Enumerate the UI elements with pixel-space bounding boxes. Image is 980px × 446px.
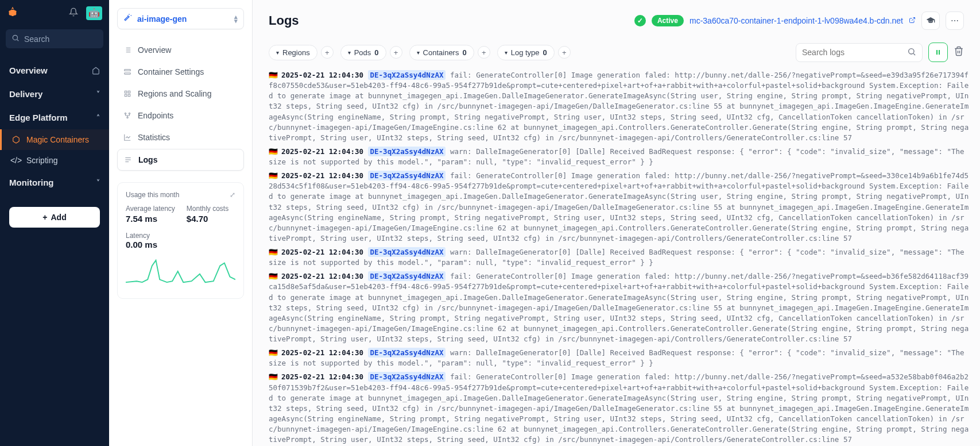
log-search-input[interactable]	[802, 48, 902, 57]
main-header: Logs ✓ Active mc-3a60ca70-container-1-en…	[253, 0, 980, 38]
log-entry[interactable]: 🇩🇪2025-02-21 12:04:30 DE-3qX2aSsy4dNzAX …	[269, 70, 970, 143]
log-timestamp: 2025-02-21 12:04:30	[281, 372, 363, 381]
log-entry[interactable]: 🇩🇪2025-02-21 12:04:30 DE-3qX2aSsy4dNzAX …	[269, 147, 970, 167]
avg-latency-label: Average latency	[126, 205, 175, 213]
svg-rect-12	[125, 94, 127, 97]
log-tag: DE-3qX2aSsy4dNzAX	[368, 271, 446, 281]
svg-point-0	[13, 35, 17, 40]
selector-arrows-icon: ▴▾	[234, 15, 238, 23]
project-selector[interactable]: ai-image-gen ▴▾	[117, 8, 244, 29]
log-tag: DE-3qX2aSsy4dNzAX	[368, 147, 446, 156]
log-tag: DE-3qX2aSsy4dNzAX	[368, 348, 446, 357]
logs-icon	[123, 156, 133, 164]
expand-icon[interactable]: ⤢	[230, 191, 235, 199]
svg-rect-8	[125, 70, 131, 71]
flag-icon: 🇩🇪	[269, 171, 278, 180]
svg-rect-11	[128, 91, 130, 93]
global-search[interactable]: Search	[6, 29, 103, 48]
bell-icon[interactable]	[69, 7, 78, 19]
log-entry[interactable]: 🇩🇪2025-02-21 12:04:30 DE-3qX2aSsy4dNzAX …	[269, 348, 970, 368]
sec-item-endpoints[interactable]: Endpoints	[117, 105, 244, 126]
cost-value: $4.70	[187, 214, 228, 224]
log-message: GenerateController[0] Image generation f…	[269, 171, 969, 243]
page-title: Logs	[269, 13, 299, 28]
nav-top: 🤖	[0, 0, 109, 26]
log-message: GenerateController[0] Image generation f…	[269, 71, 969, 142]
avg-latency-value: 7.54 ms	[126, 214, 175, 224]
log-level: fail:	[450, 171, 472, 180]
sec-item-statistics[interactable]: Statistics	[117, 127, 244, 148]
add-filter-icon[interactable]: +	[558, 46, 571, 59]
log-entry[interactable]: 🇩🇪2025-02-21 12:04:30 DE-3qX2aSsy4dNzAX …	[269, 171, 970, 244]
branch-icon	[123, 111, 132, 120]
svg-rect-9	[125, 73, 131, 74]
search-placeholder: Search	[24, 34, 49, 44]
log-level: fail:	[450, 71, 472, 79]
log-area[interactable]: 🇩🇪2025-02-21 12:04:30 DE-3qX2aSsy4dNzAX …	[269, 70, 970, 446]
flag-icon: 🇩🇪	[269, 272, 278, 280]
code-icon: </>	[11, 156, 21, 165]
sec-item-regions-and-scaling[interactable]: Regions and Scaling	[117, 83, 244, 104]
funnel-icon: ▾	[417, 49, 420, 56]
wand-icon	[123, 13, 133, 24]
svg-rect-13	[128, 94, 130, 97]
add-filter-icon[interactable]: +	[390, 46, 402, 59]
external-link-icon[interactable]	[909, 17, 916, 25]
funnel-icon: ▾	[505, 49, 508, 56]
log-toolbar: ▾Regions+▾Pods 0+▾Containers 0+▾Log type…	[253, 38, 980, 68]
nav-item-edge-platform[interactable]: Edge Platform˄	[0, 106, 109, 129]
avatar-icon[interactable]: 🤖	[86, 6, 102, 20]
filter-regions[interactable]: ▾Regions	[269, 45, 317, 60]
log-search[interactable]	[796, 43, 923, 62]
log-timestamp: 2025-02-21 12:04:30	[281, 272, 363, 280]
trash-icon[interactable]	[954, 46, 964, 59]
globe-icon	[123, 90, 132, 98]
sec-item-overview[interactable]: Overview	[117, 40, 244, 60]
filter-group-regions: ▾Regions+	[269, 45, 334, 60]
add-filter-icon[interactable]: +	[478, 46, 490, 59]
log-timestamp: 2025-02-21 12:04:30	[281, 248, 363, 256]
log-message: GenerateController[0] Image generation f…	[269, 272, 969, 343]
add-filter-icon[interactable]: +	[321, 46, 334, 59]
usage-card: Usage this month ⤢ Average latency 7.54 …	[117, 182, 244, 299]
log-entry[interactable]: 🇩🇪2025-02-21 12:04:30 DE-3qX2aSsy4dNzAX …	[269, 372, 970, 445]
svg-point-16	[127, 117, 128, 118]
primary-sidebar: 🤖 Search OverviewDelivery˅Edge Platform˄…	[0, 0, 109, 446]
list-icon	[123, 46, 132, 54]
svg-line-1	[17, 40, 19, 41]
usage-title: Usage this month	[126, 191, 179, 199]
flag-icon: 🇩🇪	[269, 348, 278, 357]
bunny-logo-icon[interactable]	[7, 6, 18, 20]
sec-item-container-settings[interactable]: Container Settings	[117, 61, 244, 82]
nav-item-monitoring[interactable]: Monitoring˅	[0, 171, 109, 194]
svg-line-22	[913, 53, 915, 55]
nav-sub-scripting[interactable]: </>Scripting	[0, 150, 109, 171]
svg-rect-24	[939, 50, 940, 55]
log-entry[interactable]: 🇩🇪2025-02-21 12:04:30 DE-3qX2aSsy4dNzAX …	[269, 271, 970, 344]
log-entry[interactable]: 🇩🇪2025-02-21 12:04:30 DE-3qX2aSsy4dNzAX …	[269, 247, 970, 268]
cost-label: Monthly costs	[187, 205, 228, 213]
svg-point-14	[125, 113, 126, 114]
log-timestamp: 2025-02-21 12:04:30	[281, 147, 363, 156]
log-level: fail:	[450, 372, 472, 381]
pause-button[interactable]	[928, 43, 948, 62]
more-icon[interactable]: ⋯	[946, 11, 964, 30]
nav-sub-magic-containers[interactable]: Magic Containers	[0, 129, 109, 150]
filter-group-pods: ▾Pods 0+	[340, 45, 402, 60]
filter-log-type[interactable]: ▾Log type 0	[497, 45, 555, 60]
flag-icon: 🇩🇪	[269, 248, 278, 256]
main-content: Logs ✓ Active mc-3a60ca70-container-1-en…	[253, 0, 980, 446]
status-badge: Active	[652, 15, 684, 26]
sec-item-logs[interactable]: Logs	[117, 149, 244, 171]
graduation-icon[interactable]	[921, 11, 940, 30]
add-button[interactable]: + Add	[9, 207, 100, 228]
endpoint-link[interactable]: mc-3a60ca70-container-1-endpoint-1-lv098…	[690, 16, 903, 25]
search-icon	[11, 34, 20, 44]
nav-item-delivery[interactable]: Delivery˅	[0, 82, 109, 106]
filter-pods[interactable]: ▾Pods 0	[340, 45, 386, 60]
log-tag: DE-3qX2aSsy4dNzAX	[368, 247, 446, 257]
cube-icon	[11, 136, 21, 144]
nav-item-overview[interactable]: Overview	[0, 59, 109, 82]
latency-label: Latency	[126, 232, 150, 240]
filter-containers[interactable]: ▾Containers 0	[409, 45, 474, 60]
